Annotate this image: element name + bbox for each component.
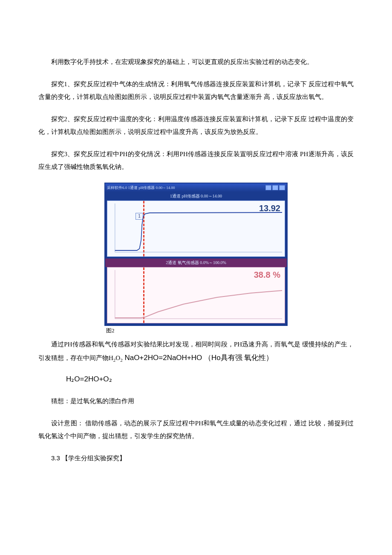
paragraph: 猜想：是过氧化氢的漂白作用 — [38, 395, 354, 407]
panel-1-label: 1通道 pH传感器 0.00～14.00 — [105, 192, 287, 200]
o2-curve-svg — [107, 267, 285, 323]
figure-2: 采样软件6.0 1通道 pH传感器 0.00～14.00 1通道 pH传感器 0… — [38, 183, 354, 334]
sensor-software-window: 采样软件6.0 1通道 pH传感器 0.00～14.00 1通道 pH传感器 0… — [104, 183, 288, 326]
paragraph: 探究2、探究反应过程中温度的变化：利用温度传感器连接反应装置和计算机，记录下反应… — [38, 113, 354, 138]
chemical-formula: H₂O=2HO+O₂ — [66, 375, 354, 384]
section-title: 【学生分组实验探究】 — [60, 455, 126, 462]
text-run: O — [115, 355, 120, 361]
paragraph: 利用数字化手持技术，在宏观现象探究的基础上，可以更直观的反应出实验过程的动态变化… — [38, 55, 354, 68]
paragraph: 探究1、探究反应过程中气体的生成情况：利用氧气传感器连接反应装置和计算机，记录下… — [38, 78, 354, 103]
panel-2-label: 2通道 氧气传感器 0.0%～100.0% — [105, 259, 287, 267]
section-number: 3.3 — [51, 454, 60, 462]
window-titlebar: 采样软件6.0 1通道 pH传感器 0.00～14.00 — [105, 183, 287, 192]
figure-caption: 图2 — [104, 327, 288, 334]
close-icon[interactable] — [279, 185, 285, 190]
maximize-icon[interactable] — [272, 185, 278, 190]
text-run: NaO+2HO=2NaOH+HO （Ho具有强 氧化性） — [123, 354, 274, 362]
minimize-icon[interactable] — [265, 185, 271, 190]
paragraph: 设计意图： 借助传感器，动态的展示了反应过程中PH和氧气生成量的动态变化过程，通… — [38, 417, 354, 442]
window-title: 采样软件6.0 1通道 pH传感器 0.00～14.00 — [107, 185, 175, 191]
window-controls[interactable] — [265, 185, 285, 190]
ph-chart: 13.92 1 — [107, 200, 285, 257]
paragraph: 通过PH传感器和氧气传感器对实验结果比对发现，相同时间段，PH迅速升高，而氧气是… — [38, 338, 354, 365]
o2-chart: 38.8 % — [107, 267, 285, 323]
ph-curve-svg — [107, 201, 285, 256]
document-page: 利用数字化手持技术，在宏观现象探究的基础上，可以更直观的反应出实验过程的动态变化… — [0, 0, 392, 500]
paragraph: 探究3、探究反应过程中PH的变化情况：利用PH传感器连接反应装置明反应过程中溶液… — [38, 148, 354, 173]
section-heading: 3.3 【学生分组实验探究】 — [38, 452, 354, 465]
